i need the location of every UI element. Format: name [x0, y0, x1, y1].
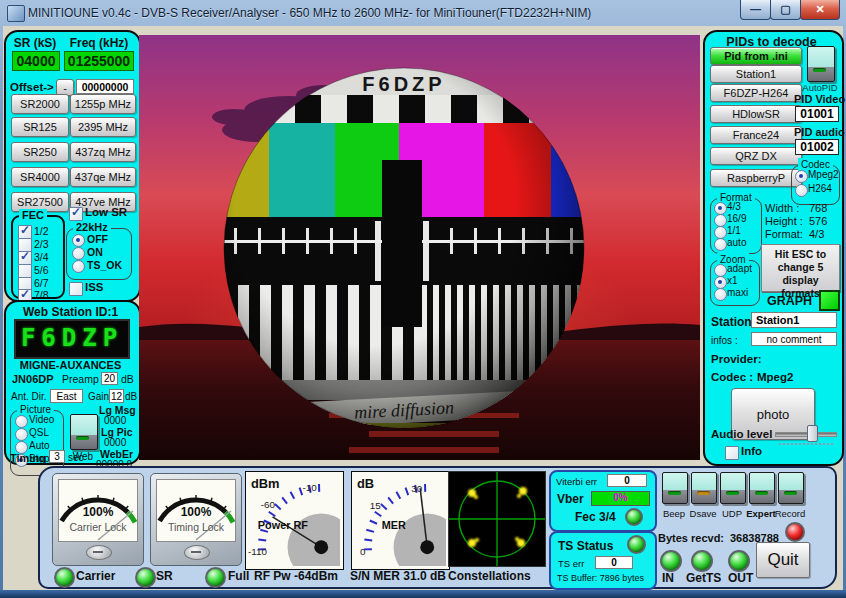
- esc-note-line1: Hit ESC to: [762, 248, 839, 261]
- infos-input[interactable]: [751, 332, 837, 346]
- expert-switch[interactable]: [749, 472, 775, 504]
- pid-audio-input[interactable]: [795, 139, 839, 155]
- constellation-display: [448, 471, 546, 567]
- fec-1-2-checkbox[interactable]: [18, 225, 32, 239]
- info-checkbox[interactable]: [725, 446, 739, 460]
- power-rf-unit: dBm: [251, 476, 280, 491]
- graph-indicator[interactable]: [819, 290, 840, 311]
- codec-info-label: Codec :: [711, 371, 753, 383]
- sr-input[interactable]: [12, 51, 60, 71]
- france24-button[interactable]: France24: [710, 126, 802, 144]
- preset-1255-button[interactable]: 1255p MHz: [70, 94, 136, 114]
- viterbi-box: Viterbi err Vber 0% Fec 3/4: [549, 470, 657, 532]
- tone22k-on-label: ON: [87, 246, 103, 258]
- mer-reading: S/N MER 31.0 dB: [350, 569, 446, 583]
- autopid-switch[interactable]: [807, 46, 835, 82]
- tone22k-tsok-radio[interactable]: [72, 260, 85, 273]
- power-rf-gauge-dial: dBm -10 -60 Power RF -110: [246, 472, 340, 566]
- close-icon: ✕: [815, 4, 824, 15]
- picture-qsl-label: QSL: [29, 427, 49, 438]
- full-led: [205, 567, 226, 588]
- power-rf-mid: -60: [261, 499, 276, 510]
- record-switch[interactable]: [778, 472, 804, 504]
- tone22k-off-radio[interactable]: [72, 234, 85, 247]
- constellation-plot: [449, 472, 545, 566]
- video-display: F6DZP: [139, 35, 700, 460]
- fec-3-4-checkbox[interactable]: [18, 251, 32, 265]
- picture-qsl-radio[interactable]: [15, 428, 28, 441]
- minimize-button[interactable]: —: [740, 0, 771, 20]
- ant-dir-input[interactable]: [50, 389, 83, 403]
- ts-status-box: TS Status TS err TS Buffer: 7896 bytes: [549, 531, 657, 590]
- test-card-scene: F6DZP: [139, 35, 700, 460]
- preset-437qe-button[interactable]: 437qe MHz: [70, 167, 136, 187]
- quit-button[interactable]: Quit: [756, 542, 810, 578]
- freq-header: Freq (kHz): [62, 36, 136, 50]
- maximize-button[interactable]: ▢: [770, 0, 801, 20]
- timing-lock-gauge-face: 100% Timing Lock: [156, 479, 236, 542]
- format-auto-radio[interactable]: [714, 238, 727, 251]
- getts-led-label: GetTS: [686, 571, 721, 585]
- beep-switch[interactable]: [662, 472, 688, 504]
- picture-video-radio[interactable]: [15, 415, 28, 428]
- dsave-switch[interactable]: [691, 472, 717, 504]
- minitioune-window: MINITIOUNE v0.4c - DVB-S Receiver/Analys…: [0, 0, 846, 598]
- pid-from-ini-button[interactable]: Pid from .ini: [710, 47, 802, 65]
- station-input[interactable]: [751, 312, 837, 328]
- viterbi-err-input[interactable]: [607, 474, 647, 487]
- iss-checkbox[interactable]: [69, 282, 83, 296]
- fec-5-6-checkbox[interactable]: [18, 264, 32, 278]
- codec-mpeg2-radio[interactable]: [795, 170, 808, 183]
- preset-sr250-button[interactable]: SR250: [11, 142, 69, 162]
- timing-gauge-adjust-button[interactable]: [184, 545, 210, 560]
- timing-input[interactable]: [49, 450, 65, 463]
- station1-button[interactable]: Station1: [710, 65, 802, 83]
- mer-mid: 15: [370, 500, 381, 511]
- audio-level-slider-track[interactable]: [775, 432, 837, 437]
- width-label: Width :: [765, 202, 799, 214]
- preamp-input[interactable]: [101, 372, 118, 385]
- power-rf-needle-hub: [314, 540, 328, 554]
- f6dzp-h264-button[interactable]: F6DZP-H264: [710, 84, 802, 102]
- offset-input[interactable]: [76, 79, 134, 94]
- close-button[interactable]: ✕: [800, 0, 840, 20]
- ts-err-input[interactable]: [595, 556, 633, 569]
- carrier-gauge-adjust-button[interactable]: [86, 545, 112, 560]
- audio-level-ticks: [779, 440, 833, 445]
- preset-437zq-button[interactable]: 437zq MHz: [70, 142, 136, 162]
- mer-gauge: dB 30 15 MER 0: [351, 471, 450, 570]
- preset-2395-button[interactable]: 2395 MHz: [70, 117, 136, 137]
- gain-input[interactable]: [109, 389, 124, 403]
- iss-label: ISS: [85, 281, 104, 293]
- web-station-title: Web Station ID:1: [6, 305, 135, 319]
- fec-led: [625, 508, 643, 526]
- locator-label: JN06DP: [12, 373, 54, 385]
- codec-h264-radio[interactable]: [795, 184, 808, 197]
- full-led-label: Full: [228, 569, 249, 583]
- esc-note: Hit ESC to change 5 display formats: [761, 244, 840, 292]
- web-switch[interactable]: [70, 414, 98, 450]
- preset-sr2000-button[interactable]: SR2000: [11, 94, 69, 114]
- mer-label: MER: [382, 519, 406, 531]
- preset-sr4000-button[interactable]: SR4000: [11, 167, 69, 187]
- record-led: [785, 522, 805, 542]
- preamp-unit: dB: [121, 373, 134, 385]
- tone22k-on-radio[interactable]: [72, 247, 85, 260]
- raspberryp-button[interactable]: RaspberryP: [710, 169, 802, 187]
- preset-sr125-button[interactable]: SR125: [11, 117, 69, 137]
- maximize-icon: ▢: [780, 4, 790, 15]
- udp-switch[interactable]: [720, 472, 746, 504]
- qrz-dx-button[interactable]: QRZ DX: [710, 147, 802, 165]
- provider-label: Provider:: [711, 353, 762, 365]
- timing-unit: sec: [68, 452, 84, 463]
- low-sr-checkbox[interactable]: [69, 207, 83, 221]
- tone22k-tsok-label: TS_OK: [87, 259, 122, 271]
- info-checkbox-label: Info: [741, 445, 762, 457]
- pid-video-input[interactable]: [795, 106, 839, 122]
- mer-max: 30: [411, 483, 422, 494]
- freq-input[interactable]: [64, 51, 134, 71]
- hdlowsr-button[interactable]: HDlowSR: [710, 105, 802, 123]
- fec-group-label: FEC: [19, 209, 47, 222]
- format-group: Format 4/3 16/9 1/1 auto: [710, 198, 762, 254]
- zoom-maxi-radio[interactable]: [714, 288, 727, 301]
